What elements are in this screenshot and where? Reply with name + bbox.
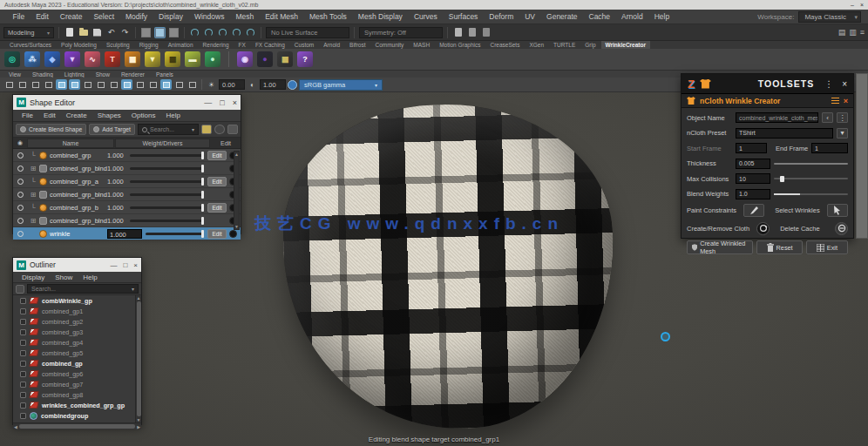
menu-item[interactable]: Create bbox=[54, 12, 88, 21]
outliner-item[interactable]: combined_gp8 bbox=[13, 389, 141, 400]
outliner-item[interactable]: combined_gp1 bbox=[13, 306, 141, 316]
camera-icon[interactable]: ◉ bbox=[237, 51, 253, 67]
shelf-tab[interactable]: TURTLE bbox=[549, 41, 580, 49]
film-gate-icon[interactable] bbox=[121, 79, 132, 90]
menu-item[interactable]: Edit Mesh bbox=[260, 12, 304, 21]
row-weight-slider[interactable] bbox=[130, 193, 204, 196]
row-weight-value[interactable]: 1.000 bbox=[107, 204, 130, 212]
shelf-tab[interactable]: Poly Modeling bbox=[57, 41, 101, 49]
folder-icon[interactable] bbox=[201, 125, 212, 134]
outliner-item[interactable]: combWrinkle_gp bbox=[13, 295, 141, 306]
redo-icon[interactable]: ↷ bbox=[119, 27, 131, 38]
menu-item[interactable]: Create bbox=[61, 112, 92, 119]
workspace-dropdown[interactable]: Maya Classic ▾ bbox=[798, 11, 861, 23]
scroll-up-icon[interactable]: ▲ bbox=[137, 295, 141, 301]
shape-editor-row[interactable]: └ combined_grp_b 1.000 Edit bbox=[13, 201, 241, 214]
row-weight-value[interactable]: 1.000 bbox=[107, 165, 130, 172]
row-weight-slider[interactable] bbox=[130, 180, 204, 183]
vertical-scrollbar[interactable]: ▲ ▼ bbox=[135, 295, 141, 422]
save-scene-icon[interactable] bbox=[92, 27, 103, 38]
slider-handle-icon[interactable] bbox=[201, 178, 204, 186]
colorspace-dropdown[interactable]: sRGB gamma ▾ bbox=[299, 79, 383, 91]
row-select-radio[interactable] bbox=[17, 179, 24, 185]
row-weight-slider[interactable] bbox=[130, 167, 204, 170]
panel-menu-item[interactable]: Show bbox=[91, 71, 115, 78]
filter-icon[interactable] bbox=[214, 125, 225, 134]
menu-item[interactable]: File bbox=[17, 112, 38, 119]
safe-action-icon[interactable] bbox=[173, 79, 185, 90]
menu-item[interactable]: Options bbox=[126, 112, 161, 119]
options-kebab-button[interactable]: ⋮ bbox=[837, 112, 848, 123]
close-icon[interactable]: × bbox=[842, 79, 847, 89]
render-settings-icon[interactable] bbox=[480, 27, 492, 38]
select-object-icon[interactable] bbox=[154, 27, 166, 38]
scroll-down-icon[interactable]: ▼ bbox=[234, 224, 239, 229]
visibility-checkbox[interactable] bbox=[20, 361, 26, 367]
curves-icon[interactable]: ∿ bbox=[85, 51, 100, 67]
menu-item[interactable]: Help bbox=[78, 274, 102, 281]
minimize-icon[interactable]: – bbox=[851, 2, 854, 8]
menu-item[interactable]: Surfaces bbox=[443, 12, 484, 21]
shelf-tab[interactable]: Animation bbox=[164, 41, 198, 49]
menu-item[interactable]: Mesh bbox=[230, 12, 260, 21]
menu-item[interactable]: Mesh Tools bbox=[304, 12, 353, 21]
outliner-item[interactable]: combined_gp4 bbox=[13, 337, 141, 348]
row-select-radio[interactable] bbox=[17, 166, 24, 172]
row-weight-value[interactable]: 1.000 bbox=[107, 152, 130, 159]
visibility-checkbox[interactable] bbox=[20, 413, 26, 419]
shape-editor-row[interactable]: wrinkle 1.000 Edit bbox=[13, 227, 241, 240]
shelf-tab[interactable]: XGen bbox=[525, 41, 548, 49]
close-tool-icon[interactable]: × bbox=[844, 97, 848, 105]
object-name-input[interactable]: combined_wrinkle_cloth_mesh bbox=[736, 112, 818, 123]
maximize-icon[interactable]: □ bbox=[220, 98, 224, 107]
select-tool-icon[interactable] bbox=[3, 79, 15, 90]
shelf-tab[interactable]: MASH bbox=[409, 41, 434, 49]
safe-title-icon[interactable] bbox=[186, 79, 198, 90]
menu-item[interactable]: Show bbox=[50, 274, 78, 281]
shape-editor-row[interactable]: ⊞ combined_grp_blnd 1.000 Edit bbox=[13, 162, 241, 175]
shelf-tab[interactable]: WrinkleCreator bbox=[601, 41, 650, 49]
ipr-render-icon[interactable] bbox=[466, 27, 478, 38]
row-edit-button[interactable]: Edit bbox=[207, 151, 227, 160]
minimize-icon[interactable]: — bbox=[204, 98, 212, 107]
render-icon[interactable] bbox=[452, 27, 464, 38]
shape-editor-row[interactable]: └ combined_grp_a 1.000 Edit bbox=[13, 175, 241, 188]
minimize-icon[interactable]: — bbox=[110, 261, 117, 269]
slider-handle-icon[interactable] bbox=[201, 217, 204, 225]
scrollbar-thumb[interactable] bbox=[19, 424, 135, 429]
create-remove-cloth-button[interactable] bbox=[756, 222, 770, 235]
horizontal-scrollbar[interactable]: ◀ ▶ bbox=[13, 422, 141, 429]
select-hierarchy-icon[interactable] bbox=[140, 27, 152, 38]
shelf-tab[interactable]: FX bbox=[234, 41, 250, 49]
outliner-item[interactable]: combined_gp2 bbox=[13, 316, 141, 327]
visibility-checkbox[interactable] bbox=[20, 319, 26, 325]
checker-icon[interactable]: ▩ bbox=[165, 51, 180, 67]
row-edit-button[interactable]: Edit bbox=[207, 203, 227, 213]
snap-projected-icon[interactable] bbox=[231, 27, 242, 38]
plaid-cushion-mesh[interactable] bbox=[280, 100, 618, 433]
select-wrinkles-button[interactable] bbox=[827, 204, 848, 217]
create-wrinkled-mesh-button[interactable]: Create Wrinkled Mesh bbox=[687, 240, 753, 254]
row-weight-value[interactable]: 1.000 bbox=[107, 178, 130, 186]
maximize-icon[interactable]: □ bbox=[123, 261, 127, 269]
row-weight-value[interactable]: 1.000 bbox=[107, 217, 130, 225]
snap-point-icon[interactable] bbox=[82, 79, 93, 90]
visibility-checkbox[interactable] bbox=[20, 382, 26, 388]
menu-item[interactable]: Generate bbox=[541, 12, 583, 21]
shelf-tab[interactable]: Bifrost bbox=[345, 41, 370, 49]
outliner-item[interactable]: wrinkles_combined_grp_gp bbox=[13, 400, 141, 410]
paint-select-icon[interactable] bbox=[30, 79, 41, 90]
row-weight-value[interactable]: 1.000 bbox=[107, 229, 142, 239]
menu-item[interactable]: Modify bbox=[120, 12, 153, 21]
shelf-tab[interactable]: CreaseSets bbox=[485, 41, 524, 49]
shape-editor-row[interactable]: ⊞ combined_grp_blnd2 1.000 Edit bbox=[13, 214, 241, 227]
panel-menu-item[interactable]: Lighting bbox=[59, 71, 90, 78]
slider-handle-icon[interactable] bbox=[201, 204, 204, 212]
undo-icon[interactable]: ↶ bbox=[105, 27, 117, 38]
hamburger-menu-icon[interactable] bbox=[831, 98, 839, 105]
visibility-checkbox[interactable] bbox=[20, 308, 26, 314]
visibility-checkbox[interactable] bbox=[20, 350, 26, 356]
toolsets-panel[interactable]: Z TOOLSETS ⋮ × nCloth Wrinkle Creator × … bbox=[681, 73, 854, 239]
max-collisions-slider[interactable] bbox=[774, 178, 848, 179]
row-select-radio[interactable] bbox=[17, 218, 24, 224]
